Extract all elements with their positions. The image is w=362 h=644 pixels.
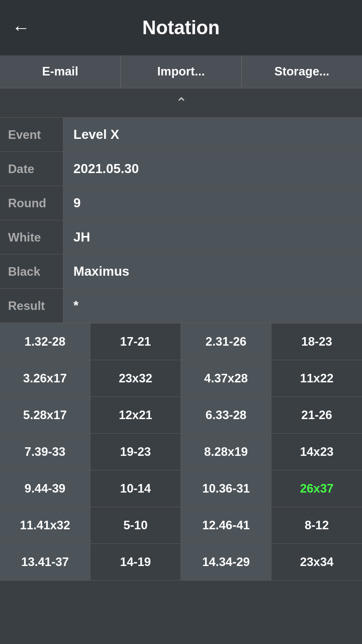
black-row: Black Maximus: [0, 255, 362, 289]
move-cell[interactable]: 1.32-28: [0, 324, 90, 360]
move-cell[interactable]: 4.37x28: [181, 360, 272, 397]
move-cell[interactable]: 17-21: [90, 324, 181, 360]
move-cell[interactable]: 23x34: [272, 544, 362, 581]
tab-import[interactable]: Import...: [121, 55, 241, 88]
tab-storage[interactable]: Storage...: [242, 55, 362, 88]
white-row: White JH: [0, 220, 362, 255]
result-row: Result *: [0, 289, 362, 323]
move-cell[interactable]: 5.28x17: [0, 397, 90, 434]
move-cell[interactable]: 13.41-37: [0, 544, 90, 581]
move-cell[interactable]: 6.33-28: [181, 397, 272, 434]
move-cell[interactable]: 9.44-39: [0, 470, 90, 507]
move-cell[interactable]: 23x32: [90, 360, 181, 397]
result-value[interactable]: *: [63, 289, 362, 323]
date-label: Date: [0, 152, 63, 186]
tab-email[interactable]: E-mail: [0, 55, 121, 88]
page-title: Notation: [142, 17, 220, 39]
round-label: Round: [0, 186, 63, 220]
move-cell[interactable]: 11x22: [272, 360, 362, 397]
move-cell[interactable]: 14x23: [272, 434, 362, 470]
move-cell[interactable]: 14-19: [90, 544, 181, 581]
move-cell[interactable]: 12.46-41: [181, 507, 272, 544]
date-row: Date 2021.05.30: [0, 152, 362, 186]
black-value[interactable]: Maximus: [63, 255, 362, 288]
move-cell[interactable]: 7.39-33: [0, 434, 90, 470]
move-cell[interactable]: 3.26x17: [0, 360, 90, 397]
event-row: Event Level X: [0, 118, 362, 152]
move-cell[interactable]: 18-23: [272, 324, 362, 360]
form-section: Event Level X Date 2021.05.30 Round 9 Wh…: [0, 118, 362, 323]
move-cell[interactable]: 11.41x32: [0, 507, 90, 544]
move-cell[interactable]: 2.31-26: [181, 324, 272, 360]
white-label: White: [0, 220, 63, 254]
round-row: Round 9: [0, 186, 362, 220]
move-cell[interactable]: 21-26: [272, 397, 362, 434]
moves-grid: 1.32-2817-212.31-2618-233.26x1723x324.37…: [0, 323, 362, 581]
move-cell[interactable]: 26x37: [272, 470, 362, 507]
move-cell[interactable]: 8.28x19: [181, 434, 272, 470]
move-cell[interactable]: 10.36-31: [181, 470, 272, 507]
move-cell[interactable]: 14.34-29: [181, 544, 272, 581]
result-label: Result: [0, 289, 63, 323]
black-label: Black: [0, 255, 63, 288]
event-label: Event: [0, 118, 63, 151]
header: ← Notation: [0, 0, 362, 55]
move-cell[interactable]: 8-12: [272, 507, 362, 544]
tab-bar: E-mail Import... Storage...: [0, 55, 362, 89]
chevron-up-icon: ⌃: [175, 95, 187, 111]
white-value[interactable]: JH: [63, 220, 362, 254]
back-button[interactable]: ←: [12, 17, 30, 38]
move-cell[interactable]: 5-10: [90, 507, 181, 544]
move-cell[interactable]: 12x21: [90, 397, 181, 434]
round-value[interactable]: 9: [63, 186, 362, 220]
event-value[interactable]: Level X: [63, 118, 362, 151]
date-value[interactable]: 2021.05.30: [63, 152, 362, 186]
move-cell[interactable]: 19-23: [90, 434, 181, 470]
collapse-row[interactable]: ⌃: [0, 89, 362, 118]
move-cell[interactable]: 10-14: [90, 470, 181, 507]
